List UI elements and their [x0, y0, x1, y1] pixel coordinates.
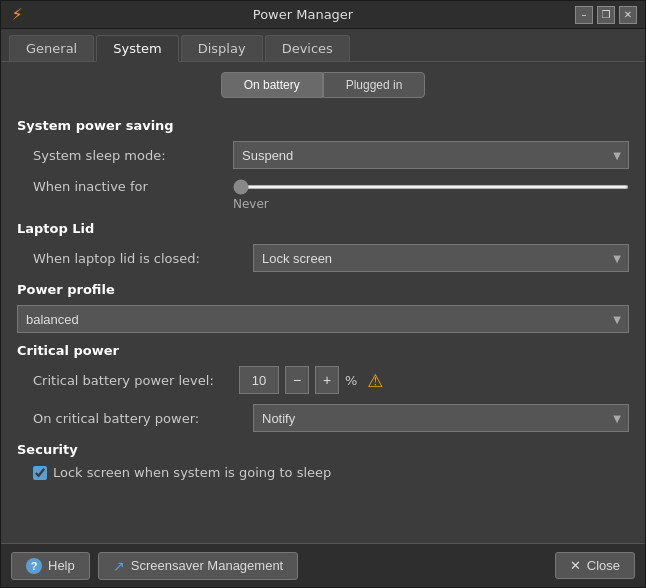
- power-profile-title: Power profile: [17, 282, 629, 297]
- security-title: Security: [17, 442, 629, 457]
- warning-icon: ⚠: [367, 370, 383, 391]
- tab-display[interactable]: Display: [181, 35, 263, 61]
- close-button-bottom[interactable]: ✕ Close: [555, 552, 635, 579]
- lid-closed-row: When laptop lid is closed: Lock screen S…: [17, 244, 629, 272]
- tab-system[interactable]: System: [96, 35, 178, 62]
- close-button[interactable]: ✕: [619, 6, 637, 24]
- lid-closed-label: When laptop lid is closed:: [33, 251, 253, 266]
- sleep-mode-dropdown[interactable]: Suspend Hibernate Shut down Do nothing: [233, 141, 629, 169]
- on-critical-label: On critical battery power:: [33, 411, 253, 426]
- content-area: System power saving System sleep mode: S…: [1, 106, 645, 543]
- critical-level-minus[interactable]: −: [285, 366, 309, 394]
- on-critical-row: On critical battery power: Notify Hibern…: [17, 404, 629, 432]
- on-battery-button[interactable]: On battery: [221, 72, 323, 98]
- lock-screen-row: Lock screen when system is going to slee…: [17, 465, 629, 480]
- tab-devices[interactable]: Devices: [265, 35, 350, 61]
- bottombar: ? Help ↗ Screensaver Management ✕ Close: [1, 543, 645, 587]
- app-icon: ⚡: [9, 7, 25, 23]
- inactive-label: When inactive for: [33, 179, 233, 194]
- maximize-button[interactable]: ❐: [597, 6, 615, 24]
- sleep-mode-dropdown-wrap: Suspend Hibernate Shut down Do nothing: [233, 141, 629, 169]
- power-profile-dropdown-wrap: balanced performance power-saver: [17, 305, 629, 333]
- critical-level-input[interactable]: [239, 366, 279, 394]
- critical-level-row: Critical battery power level: − + % ⚠: [17, 366, 629, 394]
- screensaver-button[interactable]: ↗ Screensaver Management: [98, 552, 298, 580]
- sleep-mode-label: System sleep mode:: [33, 148, 233, 163]
- help-icon: ?: [26, 558, 42, 574]
- sleep-mode-row: System sleep mode: Suspend Hibernate Shu…: [17, 141, 629, 169]
- minimize-button[interactable]: –: [575, 6, 593, 24]
- inactive-value: Never: [233, 197, 269, 211]
- critical-level-plus[interactable]: +: [315, 366, 339, 394]
- laptop-lid-title: Laptop Lid: [17, 221, 629, 236]
- critical-power-title: Critical power: [17, 343, 629, 358]
- titlebar: ⚡ Power Manager – ❐ ✕: [1, 1, 645, 29]
- window-controls: – ❐ ✕: [575, 6, 637, 24]
- help-button[interactable]: ? Help: [11, 552, 90, 580]
- window-title: Power Manager: [31, 7, 575, 22]
- lid-closed-dropdown-wrap: Lock screen Suspend Hibernate Shut down …: [253, 244, 629, 272]
- tab-bar: General System Display Devices: [1, 29, 645, 62]
- on-critical-dropdown[interactable]: Notify Hibernate Shut down Do nothing: [253, 404, 629, 432]
- lock-screen-checkbox[interactable]: [33, 466, 47, 480]
- on-critical-dropdown-wrap: Notify Hibernate Shut down Do nothing: [253, 404, 629, 432]
- lock-screen-label: Lock screen when system is going to slee…: [53, 465, 331, 480]
- inactive-slider[interactable]: [233, 185, 629, 189]
- tab-general[interactable]: General: [9, 35, 94, 61]
- system-power-saving-title: System power saving: [17, 118, 629, 133]
- power-source-bar: On battery Plugged in: [1, 62, 645, 106]
- plugged-in-button[interactable]: Plugged in: [323, 72, 426, 98]
- inactive-row: When inactive for: [17, 179, 629, 194]
- lid-closed-dropdown[interactable]: Lock screen Suspend Hibernate Shut down …: [253, 244, 629, 272]
- main-window: ⚡ Power Manager – ❐ ✕ General System Dis…: [0, 0, 646, 588]
- power-profile-row: balanced performance power-saver: [17, 305, 629, 333]
- critical-level-label: Critical battery power level:: [33, 373, 233, 388]
- power-profile-dropdown[interactable]: balanced performance power-saver: [17, 305, 629, 333]
- close-x-icon: ✕: [570, 558, 581, 573]
- percent-label: %: [345, 373, 357, 388]
- screensaver-icon: ↗: [113, 558, 125, 574]
